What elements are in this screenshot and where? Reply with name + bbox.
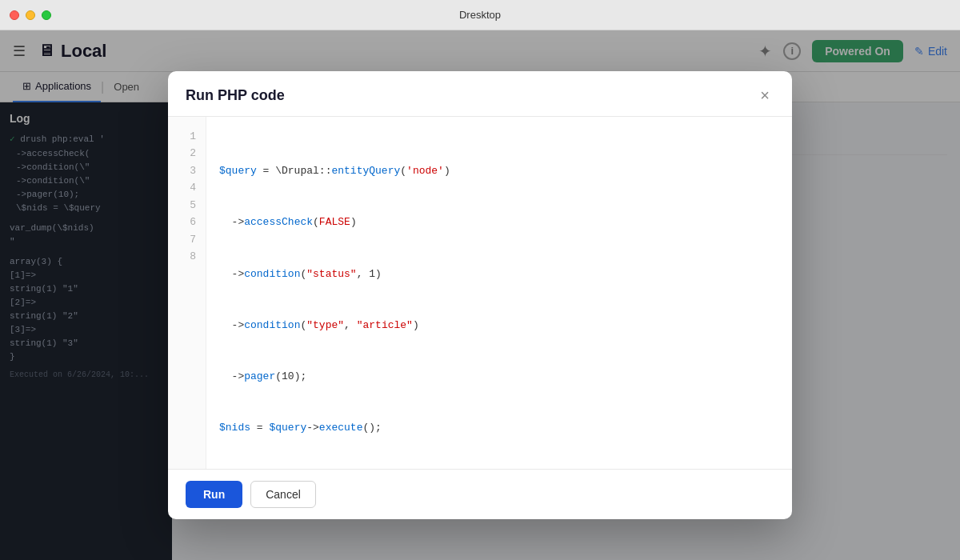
line-num-1: 1 bbox=[178, 128, 196, 145]
code-line-5: ->pager(10); bbox=[219, 368, 779, 385]
code-editor[interactable]: 1 2 3 4 5 6 7 8 $query = \Drupal::entity… bbox=[168, 117, 792, 469]
modal-body: 1 2 3 4 5 6 7 8 $query = \Drupal::entity… bbox=[168, 117, 792, 469]
code-line-1: $query = \Drupal::entityQuery('node') bbox=[219, 162, 779, 179]
line-num-2: 2 bbox=[178, 145, 196, 162]
titlebar: Dresktop bbox=[0, 0, 960, 30]
window-title: Dresktop bbox=[459, 9, 501, 21]
close-button[interactable] bbox=[10, 10, 19, 20]
line-num-5: 5 bbox=[178, 197, 196, 214]
run-php-modal: Run PHP code × 1 2 3 4 5 6 7 8 bbox=[168, 71, 792, 519]
code-line-6: $nids = $query->execute(); bbox=[219, 419, 779, 436]
code-line-3: ->condition("status", 1) bbox=[219, 266, 779, 282]
minimize-button[interactable] bbox=[26, 10, 35, 20]
run-button[interactable]: Run bbox=[186, 481, 242, 508]
line-num-3: 3 bbox=[178, 162, 196, 179]
modal-footer: Run Cancel bbox=[168, 469, 792, 519]
code-line-4: ->condition("type", "article") bbox=[219, 317, 779, 334]
line-numbers: 1 2 3 4 5 6 7 8 bbox=[168, 117, 206, 469]
modal-close-button[interactable]: × bbox=[755, 86, 774, 105]
modal-overlay: Run PHP code × 1 2 3 4 5 6 7 8 bbox=[0, 30, 960, 560]
line-num-4: 4 bbox=[178, 179, 196, 196]
code-line-2: ->accessCheck(FALSE) bbox=[219, 214, 779, 230]
line-num-7: 7 bbox=[178, 231, 196, 248]
modal-title: Run PHP code bbox=[186, 87, 285, 104]
line-num-8: 8 bbox=[178, 248, 196, 265]
cancel-button[interactable]: Cancel bbox=[250, 481, 316, 508]
line-num-6: 6 bbox=[178, 214, 196, 230]
modal-header: Run PHP code × bbox=[168, 71, 792, 117]
code-content[interactable]: $query = \Drupal::entityQuery('node') ->… bbox=[206, 117, 792, 469]
window-controls bbox=[10, 10, 51, 20]
maximize-button[interactable] bbox=[42, 10, 51, 20]
app-background: ☰ 🖥 Local ✦ i Powered On ✎ Edit ⊞ Applic… bbox=[0, 30, 960, 560]
